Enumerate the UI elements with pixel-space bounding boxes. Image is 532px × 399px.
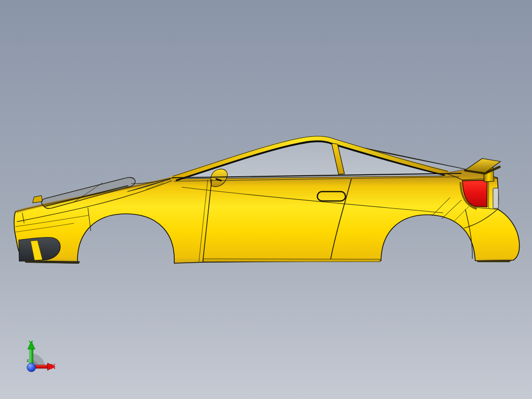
- orientation-triad: Y X z: [27, 339, 56, 372]
- underbody-shadows: [24, 259, 512, 264]
- hood-washer-tab: [33, 196, 42, 203]
- z-axis-label: z: [27, 358, 29, 363]
- spoiler-wing[interactable]: [465, 159, 500, 173]
- car-model[interactable]: [14, 136, 520, 264]
- rear-trim-gray[interactable]: [493, 188, 498, 208]
- origin-sphere: [27, 363, 36, 372]
- y-axis-label: Y: [29, 339, 34, 347]
- x-axis-label: X: [51, 362, 56, 370]
- cad-viewport[interactable]: Y X z: [0, 0, 532, 399]
- cad-viewport-canvas[interactable]: Y X z: [0, 0, 532, 399]
